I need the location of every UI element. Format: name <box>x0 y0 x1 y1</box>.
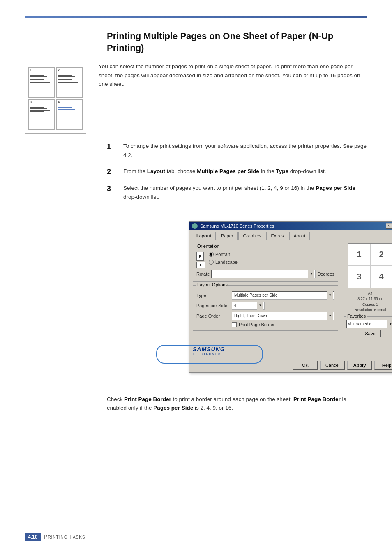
rotate-arrow: ▼ <box>308 270 314 278</box>
orientation-group-label: Orientation <box>196 244 220 249</box>
degrees-label: Degrees <box>317 272 334 276</box>
type-row: Type Multiple Pages per Side ▼ <box>196 291 334 300</box>
dialog-title-label: Samsung ML-1710 Series Properties <box>200 224 274 228</box>
landscape-radio-row: Landscape <box>209 260 238 265</box>
content-area: 1 2 <box>25 62 367 134</box>
save-button[interactable]: Save <box>360 330 380 337</box>
dialog-title-text: Samsung ML-1710 Series Properties <box>192 223 274 229</box>
preview-cell-3: 3 <box>348 266 370 288</box>
dialog-right-panel: 1 2 3 4 A4 8.27 x 11.69 in. Copies: 1 Re… <box>341 243 392 340</box>
type-label: Type <box>196 293 229 298</box>
favorites-label: Favorites <box>346 313 367 318</box>
dialog-tabs: Layout Paper Graphics Extras About <box>189 230 392 240</box>
favorites-arrow: ▼ <box>387 320 392 328</box>
paper-size: A4 <box>368 291 372 295</box>
orientation-group: Orientation P L <box>193 247 338 282</box>
step-3-number: 3 <box>107 184 119 193</box>
page-order-value: Right, Then Down <box>233 313 327 318</box>
dialog-body: Orientation P L <box>189 240 392 343</box>
page-order-arrow: ▼ <box>327 312 333 320</box>
step-1-text: To change the print settings from your s… <box>123 142 367 159</box>
samsung-logo: SAMSUNG ELECTRONICS <box>193 346 225 355</box>
tab-paper[interactable]: Paper <box>217 232 238 240</box>
bottom-text: Check Print Page Border to print a borde… <box>107 395 367 412</box>
landscape-icon: L <box>196 262 205 268</box>
cancel-button[interactable]: Cancel <box>320 361 345 370</box>
samsung-logo-text: SAMSUNG <box>193 346 225 353</box>
apply-button[interactable]: Apply <box>347 361 372 370</box>
print-border-label: Print Page Border <box>239 322 274 327</box>
pages-per-side-label: Pages per Side <box>196 303 229 308</box>
landscape-radio[interactable] <box>209 260 214 265</box>
page-order-row: Page Order Right, Then Down ▼ <box>196 312 334 320</box>
step-2-text: From the Layout tab, choose Multiple Pag… <box>123 167 326 176</box>
thumb-cell-4: 4 <box>56 99 83 130</box>
rotate-select[interactable]: ▼ <box>211 270 316 278</box>
favorites-group: Favorites <Unnamed> ▼ Save <box>344 316 392 340</box>
dialog-buttons: OK Cancel Apply Help <box>189 358 392 372</box>
type-select[interactable]: Multiple Pages per Side ▼ <box>232 291 334 300</box>
print-border-checkbox[interactable] <box>232 322 237 327</box>
copies-info: Copies: 1 <box>362 302 378 306</box>
thumb-cell-1: 1 <box>28 67 55 98</box>
dialog-wrapper: Samsung ML-1710 Series Properties ? × La… <box>107 213 392 381</box>
page-title: Printing Multiple Pages on One Sheet of … <box>107 30 367 54</box>
tab-about[interactable]: About <box>289 232 310 240</box>
dialog-titlebar: Samsung ML-1710 Series Properties ? × <box>189 222 392 230</box>
resolution-info: Resolution: Normal <box>355 308 386 312</box>
layout-options-group: Layout Options Type Multiple Pages per S… <box>193 285 338 331</box>
type-value: Multiple Pages per Side <box>233 293 327 297</box>
favorites-select[interactable]: <Unnamed> ▼ <box>346 320 392 328</box>
page-order-select[interactable]: Right, Then Down ▼ <box>232 312 334 320</box>
step-3: 3 Select the number of pages you want to… <box>107 184 367 201</box>
preview-cell-1: 1 <box>348 244 370 266</box>
footer-label: PRINTING TASKS <box>44 534 85 540</box>
thumb-cell-3: 3 <box>28 99 55 130</box>
printer-icon <box>192 223 198 229</box>
properties-dialog[interactable]: Samsung ML-1710 Series Properties ? × La… <box>189 221 392 373</box>
preview-info: A4 8.27 x 11.69 in. Copies: 1 Resolution… <box>355 291 386 313</box>
portrait-label: Portrait <box>215 252 230 257</box>
landscape-label: Landscape <box>215 260 238 265</box>
samsung-sub-text: ELECTRONICS <box>193 353 225 355</box>
pages-per-side-arrow: ▼ <box>257 302 263 310</box>
paper-dimensions: 8.27 x 11.69 in. <box>357 297 383 301</box>
tab-extras[interactable]: Extras <box>266 232 288 240</box>
step-1: 1 To change the print settings from your… <box>107 142 367 159</box>
step-2: 2 From the Layout tab, choose Multiple P… <box>107 167 367 176</box>
tab-graphics[interactable]: Graphics <box>238 232 265 240</box>
intro-text: You can select the number of pages to pr… <box>99 62 367 134</box>
pages-per-side-row: Pages per Side 4 ▼ <box>196 302 334 310</box>
portrait-radio-row: Portrait <box>209 252 238 257</box>
rotate-row: Rotate ▼ Degrees <box>196 270 334 278</box>
favorites-value: <Unnamed> <box>347 322 387 326</box>
footer: 4.10 PRINTING TASKS <box>25 533 85 541</box>
step-1-number: 1 <box>107 143 119 151</box>
help-button[interactable]: Help <box>374 361 392 370</box>
help-icon-btn[interactable]: ? <box>386 223 392 229</box>
step-3-text: Select the number of pages you want to p… <box>123 184 367 201</box>
samsung-logo-area: SAMSUNG ELECTRONICS <box>189 343 392 358</box>
print-border-row: Print Page Border <box>232 322 334 327</box>
dialog-title-buttons: ? × <box>386 223 392 229</box>
footer-page-number: 4.10 <box>25 533 41 541</box>
top-border <box>25 16 367 18</box>
rotate-label: Rotate <box>196 272 210 276</box>
page-thumbnail: 1 2 <box>25 64 86 134</box>
preview-grid: 1 2 3 4 <box>348 243 392 288</box>
steps-section: 1 To change the print settings from your… <box>107 142 367 386</box>
page: Printing Multiple Pages on One Sheet of … <box>0 0 392 553</box>
portrait-radio[interactable] <box>209 252 214 257</box>
preview-cell-4: 4 <box>370 266 392 288</box>
portrait-icon: P <box>196 252 204 261</box>
pages-per-side-select[interactable]: 4 ▼ <box>232 302 265 310</box>
preview-cell-2: 2 <box>370 244 392 266</box>
page-order-label: Page Order <box>196 313 229 318</box>
layout-options-label: Layout Options <box>196 282 228 287</box>
tab-layout[interactable]: Layout <box>192 232 216 240</box>
pages-per-side-value: 4 <box>233 303 257 308</box>
ok-button[interactable]: OK <box>293 361 318 370</box>
step-2-number: 2 <box>107 168 119 176</box>
type-arrow: ▼ <box>327 291 333 300</box>
thumb-cell-2: 2 <box>56 67 83 98</box>
